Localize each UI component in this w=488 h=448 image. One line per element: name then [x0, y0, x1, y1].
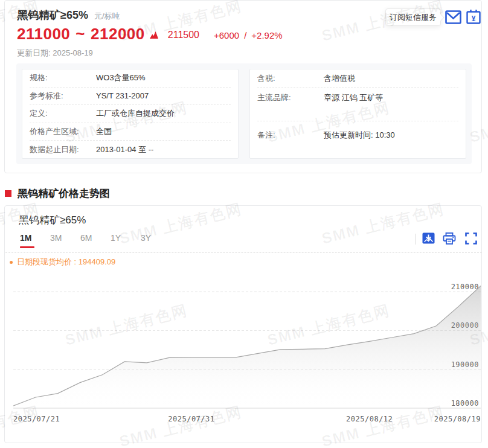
red-square-bullet [5, 190, 11, 197]
x-axis-label: 2025/08/12 [346, 415, 393, 423]
spec-row-daterange: 数据起止日期: 2013-01-04 至 -- [30, 141, 231, 158]
spec-label: 含税: [257, 73, 324, 84]
x-axis-label: 2025/07/31 [168, 415, 214, 423]
tab-6m[interactable]: 6M [80, 233, 97, 248]
toolbar-separator [5, 252, 482, 253]
tab-3y[interactable]: 3Y [141, 233, 158, 248]
tooltip-arrow [437, 14, 444, 21]
spec-row-spec: 规格: WO3含量65% [30, 69, 231, 88]
spec-value: YS/T 231-2007 [96, 91, 149, 100]
spec-label: 主流品牌: [257, 92, 324, 103]
price-change: +6000 / +2.92% [214, 30, 283, 43]
update-date: 更新日期: 2025-08-19 [17, 48, 93, 59]
specs-right-table: 含税: 含增值税 主流品牌: 章源 江钨 五矿等 备注: 预估更新时间: 10:… [249, 69, 466, 159]
chart-title: 黑钨精矿≥65% [19, 213, 86, 227]
price-mid: 211500 [168, 30, 199, 43]
subscribe-sms-label: 订阅短信服务 [390, 12, 437, 23]
spec-row-tax: 含税: 含增值税 [257, 69, 458, 88]
image-download-icon[interactable] [422, 232, 435, 246]
price-change-slash: / [244, 30, 246, 40]
price-unit: 元/标吨 [94, 11, 120, 22]
tab-3m[interactable]: 3M [50, 233, 67, 248]
legend-dot [10, 261, 13, 264]
spec-value: 2013-01-04 至 -- [96, 144, 153, 155]
spec-value: 工厂或仓库自提成交价 [96, 108, 175, 119]
price-area-fill [13, 286, 481, 409]
toolbar-divider [415, 234, 416, 245]
spec-value: 预估更新时间: 10:30 [324, 130, 395, 141]
price-bill-icon-svg: ¥ [465, 9, 482, 25]
up-arrow-icon [150, 31, 158, 39]
mail-icon[interactable] [444, 9, 462, 26]
spec-value: WO3含量65% [96, 72, 146, 83]
printer-icon-svg [443, 232, 456, 245]
price-tilde: ~ [75, 25, 85, 43]
price-row: 211000 ~ 212000 211500 +6000 / +2.92% [17, 25, 283, 43]
price-chart-svg[interactable]: 1800001900002000002100002025/07/212025/0… [13, 272, 481, 424]
chart-card: 黑钨精矿≥65% 1M 3M 6M 1Y 3Y [4, 205, 482, 443]
printer-icon[interactable] [443, 232, 456, 246]
x-axis-label: 2025/08/19 [434, 415, 481, 423]
fullscreen-icon[interactable] [464, 232, 478, 246]
header-title-row: 黑钨精矿≥65% 元/标吨 [17, 8, 120, 22]
svg-text:¥: ¥ [472, 14, 476, 23]
price-change-abs: +6000 [214, 30, 239, 40]
spec-label: 数据起止日期: [30, 144, 96, 155]
price-summary-card: 黑钨精矿≥65% 元/标吨 订阅短信服务 ¥ 211000 ~ 212000 2… [4, 0, 482, 173]
y-axis-label: 210000 [451, 283, 479, 291]
product-title: 黑钨精矿≥65% [17, 8, 88, 22]
spec-row-brands: 主流品牌: 章源 江钨 五矿等 [257, 88, 458, 121]
spec-value: 含增值税 [324, 73, 355, 84]
price-low: 211000 [17, 25, 70, 43]
spec-row-standard: 参考标准: YS/T 231-2007 [30, 88, 231, 106]
chart-legend: 日期段现货均价 : 194409.09 [10, 257, 115, 267]
price-change-pct: +2.92% [251, 30, 282, 40]
spec-label: 备注: [257, 130, 324, 141]
price-high: 212000 [91, 25, 145, 43]
spec-row-remark: 备注: 预估更新时间: 10:30 [257, 121, 458, 158]
x-axis-label: 2025/07/21 [13, 415, 60, 423]
legend-text: 日期段现货均价 : 194409.09 [17, 257, 115, 267]
spec-row-definition: 定义: 工厂或仓库自提成交价 [30, 105, 231, 123]
specs-left-table: 规格: WO3含量65% 参考标准: YS/T 231-2007 定义: 工厂或… [22, 69, 239, 159]
image-download-icon-svg [422, 232, 435, 244]
tab-1m[interactable]: 1M [20, 233, 37, 248]
price-bill-icon[interactable]: ¥ [464, 9, 483, 26]
fullscreen-icon-svg [465, 232, 477, 245]
spec-label: 规格: [30, 72, 96, 83]
section-heading: 黑钨精矿价格走势图 [5, 187, 110, 200]
spec-value: 全国 [96, 126, 112, 137]
spec-label: 定义: [30, 108, 96, 119]
mail-icon-svg [445, 9, 462, 25]
section-title: 黑钨精矿价格走势图 [18, 187, 110, 200]
spec-row-region: 价格产生区域: 全国 [30, 123, 231, 141]
specs-panel: 规格: WO3含量65% 参考标准: YS/T 231-2007 定义: 工厂或… [16, 63, 472, 164]
spec-label: 参考标准: [30, 91, 96, 101]
spec-value: 章源 江钨 五矿等 [324, 92, 383, 103]
subscribe-sms-button[interactable]: 订阅短信服务 [385, 8, 441, 26]
tab-1y[interactable]: 1Y [111, 233, 127, 248]
spec-label: 价格产生区域: [30, 126, 96, 137]
range-tabs: 1M 3M 6M 1Y 3Y [20, 233, 171, 248]
